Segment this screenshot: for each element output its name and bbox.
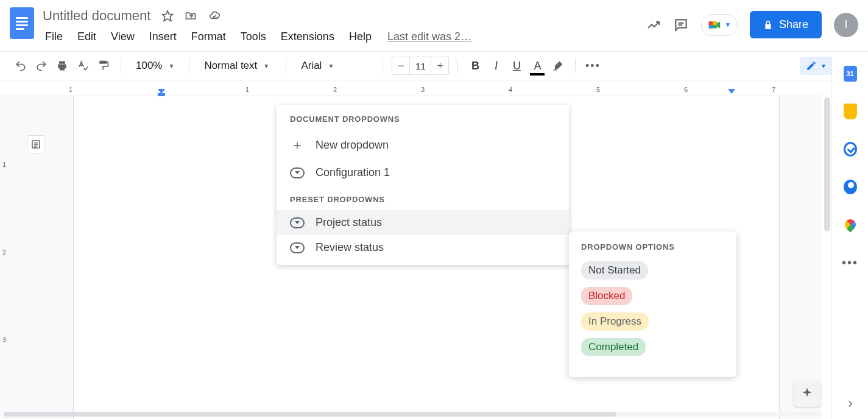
scrollbar-thumb[interactable] [4,412,616,417]
menu-insert[interactable]: Insert [143,28,183,46]
svg-rect-6 [709,21,713,25]
last-edit-link[interactable]: Last edit was 2… [387,30,471,43]
underline-button[interactable]: U [508,57,525,74]
calendar-app-icon[interactable]: 31 [844,67,857,80]
toolbar: 100%▼ Normal text▼ Arial▼ − + B I U A ••… [0,51,868,80]
ruler-number: 1 [245,86,249,93]
plus-icon: ＋ [290,136,305,154]
contacts-app-icon[interactable] [844,180,857,194]
highlight-button[interactable] [549,57,566,74]
header-right: ▼ Share I [646,5,858,38]
ruler-number: 5 [596,86,600,93]
activity-icon[interactable] [646,18,661,32]
chip-not-started[interactable]: Not Started [581,261,648,280]
ruler-number: 6 [684,86,688,93]
dropdown-options-submenu: DROPDOWN OPTIONS Not Started Blocked In … [569,231,736,377]
keep-app-icon[interactable] [844,105,857,118]
cloud-status-icon[interactable] [208,10,221,22]
sparkle-icon [800,387,814,400]
dropdown-section-title: DOCUMENT DROPDOWNS [277,105,569,130]
svg-marker-0 [163,11,173,21]
dropdown-section-title: PRESET DROPDOWNS [277,185,569,210]
menu-item-label: Review status [316,241,384,254]
vruler-number: 2 [2,248,6,256]
pencil-icon [806,60,817,71]
bold-button[interactable]: B [467,57,484,74]
chip-blocked[interactable]: Blocked [581,287,632,305]
horizontal-ruler[interactable]: 1 1 2 3 4 5 6 7 [0,85,822,96]
font-size-control: − + [392,57,449,75]
font-size-increase[interactable]: + [431,57,448,74]
menu-view[interactable]: View [105,28,141,46]
chip-icon [290,167,305,178]
share-label: Share [779,18,808,31]
title-area: Untitled document File Edit View Insert … [39,5,471,46]
ruler-number: 3 [421,86,425,93]
chip-icon [290,242,305,253]
print-button[interactable] [54,57,71,74]
undo-button[interactable] [12,57,29,74]
svg-marker-7 [717,21,721,28]
editing-mode-button[interactable]: ▼ [800,57,833,75]
explore-button[interactable] [794,380,820,407]
zoom-select[interactable]: 100%▼ [130,57,180,74]
font-size-input[interactable] [409,57,431,74]
star-icon[interactable] [161,10,174,22]
meet-icon [708,18,721,32]
menu-help[interactable]: Help [343,28,378,46]
text-color-button[interactable]: A [529,57,546,74]
ruler-number: 2 [333,86,337,93]
more-tools-button[interactable]: ••• [584,57,601,74]
vertical-scrollbar[interactable] [824,97,830,231]
document-title[interactable]: Untitled document [39,7,154,25]
menu-edit[interactable]: Edit [71,28,102,46]
submenu-title: DROPDOWN OPTIONS [581,242,724,252]
menu-format[interactable]: Format [185,28,232,46]
vruler-number: 1 [2,161,6,168]
chip-in-progress[interactable]: In Progress [581,312,649,331]
caret-down-icon: ▼ [725,21,731,28]
right-indent-marker[interactable] [728,89,735,94]
menu-item-label: Configuration 1 [316,166,390,179]
chip-completed[interactable]: Completed [581,338,646,356]
horizontal-scrollbar[interactable] [4,412,820,417]
vruler-number: 3 [2,336,6,343]
new-dropdown-item[interactable]: ＋ New dropdown [277,130,569,160]
spellcheck-button[interactable] [74,57,91,74]
menu-item-label: New dropdown [316,139,389,152]
redo-button[interactable] [33,57,50,74]
paragraph-style-select[interactable]: Normal text▼ [198,57,277,74]
ruler-number: 7 [772,86,775,93]
more-addons-icon[interactable]: ••• [844,256,857,269]
left-indent-marker[interactable] [158,89,165,96]
italic-button[interactable]: I [487,57,504,74]
ruler-number: 4 [509,86,512,93]
menu-file[interactable]: File [39,28,69,46]
docs-logo-icon[interactable] [10,7,34,39]
configuration-1-item[interactable]: Configuration 1 [277,160,569,185]
menu-extensions[interactable]: Extensions [275,28,340,46]
menu-tools[interactable]: Tools [235,28,272,46]
font-select[interactable]: Arial▼ [295,57,374,74]
menu-item-label: Project status [316,216,382,229]
ruler-number: 1 [69,86,72,93]
account-avatar[interactable]: I [834,13,858,37]
dropdown-chip-menu: DOCUMENT DROPDOWNS ＋ New dropdown Config… [277,105,569,265]
right-side-panel: 31 ••• [831,56,868,419]
move-folder-icon[interactable] [185,10,197,22]
meet-button[interactable]: ▼ [701,14,738,36]
font-size-decrease[interactable]: − [392,57,409,74]
review-status-item[interactable]: Review status [277,235,569,260]
maps-app-icon[interactable] [844,218,857,231]
tasks-app-icon[interactable] [844,143,857,156]
lock-icon [763,20,773,30]
share-button[interactable]: Share [750,11,822,38]
paint-format-button[interactable] [95,57,112,74]
project-status-item[interactable]: Project status [277,210,569,235]
comments-icon[interactable] [673,17,689,33]
hide-side-panel-button[interactable] [845,398,856,409]
chip-icon [290,217,305,228]
menu-bar: File Edit View Insert Format Tools Exten… [39,27,471,46]
app-header: Untitled document File Edit View Insert … [0,0,868,46]
document-outline-button[interactable] [27,135,45,153]
